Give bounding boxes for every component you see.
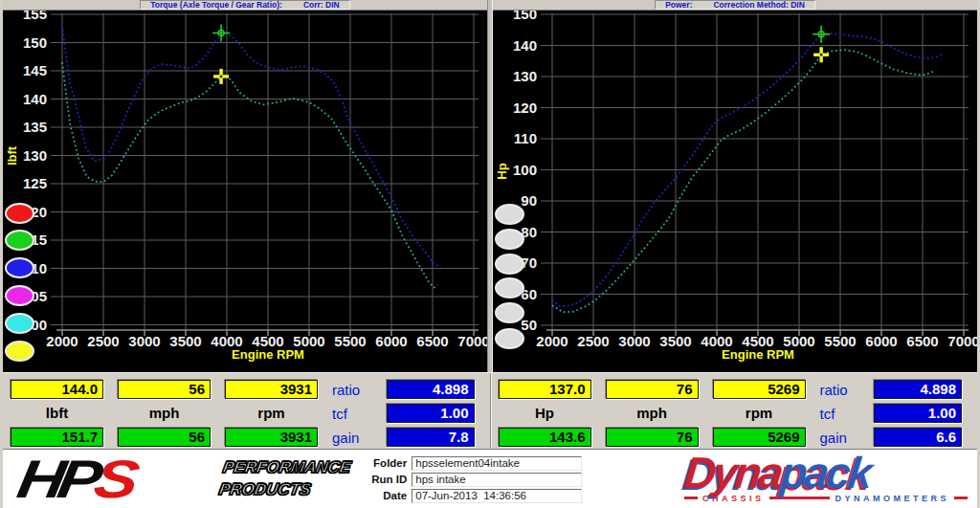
hps-logo-hp: HP xyxy=(13,449,100,508)
power-header-title: Power: xyxy=(665,0,692,10)
date-input[interactable]: 07-Jun-2013 14:36:56 xyxy=(412,489,582,503)
speed-unit-label: mph xyxy=(606,404,699,423)
power-unit-label: Hp xyxy=(499,404,591,423)
power-tcf-value: 1.00 xyxy=(874,404,962,423)
torque-panel-header: Torque (Axle Torque / Gear Ratio): Corr:… xyxy=(3,0,487,11)
svg-text:110: 110 xyxy=(514,130,537,146)
svg-text:140: 140 xyxy=(513,37,537,54)
power-current-speed: 76 xyxy=(606,428,699,447)
power-tcf-row: tcf 1.00 xyxy=(820,404,963,423)
dynapack-word-pack: pack xyxy=(778,448,872,497)
hps-tagline: PERFORMANCE PRODUCTS xyxy=(217,457,352,501)
tcf-label: tcf xyxy=(332,406,347,422)
power-chart-area: 1501401301201101009080706050200025003000… xyxy=(493,11,977,372)
svg-text:6500: 6500 xyxy=(906,333,938,349)
svg-text:140: 140 xyxy=(23,91,47,107)
hps-tagline-line2: PRODUCTS xyxy=(217,479,348,501)
crosshair-cursor-marker xyxy=(813,26,830,43)
torque-chart-area: 1551501451401351301251201151101051002000… xyxy=(3,11,487,372)
torque-current-speed: 56 xyxy=(118,428,211,447)
channel-button-4[interactable] xyxy=(5,285,34,306)
svg-text:2500: 2500 xyxy=(577,333,609,349)
dynapack-wordmark: Dynapack xyxy=(682,455,969,492)
svg-text:50: 50 xyxy=(521,317,537,333)
run-id-label: Run ID xyxy=(371,474,407,485)
folder-label: Folder xyxy=(371,457,407,469)
svg-text:5500: 5500 xyxy=(824,333,856,349)
power-compare-rpm: 5269 xyxy=(713,380,806,399)
power-compare-speed: 76 xyxy=(606,380,699,399)
torque-unit-label: lbft xyxy=(11,404,103,423)
channel-button-1[interactable] xyxy=(5,203,34,224)
svg-text:155: 155 xyxy=(23,11,47,22)
tcf-label: tcf xyxy=(820,406,835,422)
torque-tcf-row: tcf 1.00 xyxy=(332,404,475,423)
channel-button-3[interactable] xyxy=(5,257,34,278)
channel-button-5[interactable] xyxy=(495,302,524,323)
svg-text:Engine RPM: Engine RPM xyxy=(722,347,794,362)
svg-text:120: 120 xyxy=(513,99,537,116)
svg-text:100: 100 xyxy=(513,162,537,178)
svg-text:Engine RPM: Engine RPM xyxy=(232,347,304,362)
power-gain-row: gain 6.6 xyxy=(820,428,963,447)
torque-compare-value: 144.0 xyxy=(11,380,103,399)
channel-button-6[interactable] xyxy=(5,341,34,362)
svg-text:3000: 3000 xyxy=(128,333,160,349)
channel-button-4[interactable] xyxy=(495,277,524,298)
footer-bar: HPS PERFORMANCE PRODUCTS Folder hpsselem… xyxy=(3,450,977,508)
svg-text:7000: 7000 xyxy=(457,333,487,349)
power-gain-value: 6.6 xyxy=(874,428,962,447)
plus-cursor-marker xyxy=(813,47,829,62)
channel-button-5[interactable] xyxy=(5,313,34,334)
dyno-software-window: Torque (Axle Torque / Gear Ratio): Corr:… xyxy=(0,0,980,508)
power-current-value: 143.6 xyxy=(499,428,591,447)
svg-text:150: 150 xyxy=(513,11,537,22)
svg-text:150: 150 xyxy=(23,34,47,51)
power-readout-panel: 137.0 76 5269 ratio 4.898 Hp mph rpm tcf… xyxy=(490,373,978,449)
torque-readout-panel: 144.0 56 3931 ratio 4.898 lbft mph rpm t… xyxy=(3,373,490,449)
channel-button-2[interactable] xyxy=(495,229,524,250)
torque-ratio-value: 4.898 xyxy=(387,380,475,399)
torque-tcf-value: 1.00 xyxy=(387,404,475,423)
dynapack-bar-icon xyxy=(954,497,968,499)
speed-unit-label: mph xyxy=(118,404,211,423)
svg-text:7000: 7000 xyxy=(947,333,977,349)
dynapack-logo: Dynapack CHASSIS DYNAMOMETERS xyxy=(684,455,968,503)
ratio-label: ratio xyxy=(820,382,848,398)
svg-text:6500: 6500 xyxy=(416,333,448,349)
svg-text:lbft: lbft xyxy=(5,145,19,166)
power-chart[interactable]: 1501401301201101009080706050200025003000… xyxy=(493,11,977,372)
power-header-box: Power: Correction Method: DIN xyxy=(655,0,815,10)
torque-panel: Torque (Axle Torque / Gear Ratio): Corr:… xyxy=(3,0,487,372)
hps-tagline-line1: PERFORMANCE xyxy=(221,457,352,479)
svg-text:130: 130 xyxy=(23,147,47,164)
svg-text:2500: 2500 xyxy=(87,333,119,349)
power-compare-value: 137.0 xyxy=(499,380,591,399)
channel-button-1[interactable] xyxy=(495,204,524,225)
svg-text:135: 135 xyxy=(23,119,47,135)
gain-label: gain xyxy=(820,430,847,446)
svg-text:3500: 3500 xyxy=(659,333,691,349)
channel-button-6[interactable] xyxy=(495,328,524,349)
svg-text:2000: 2000 xyxy=(536,333,568,349)
run-info-fields: Folder hpsselement04intake Run ID hps in… xyxy=(371,456,582,503)
svg-text:6000: 6000 xyxy=(865,333,897,349)
torque-current-value: 151.7 xyxy=(11,428,103,447)
torque-current-rpm: 3931 xyxy=(225,428,318,447)
power-panel: Power: Correction Method: DIN 1501401301… xyxy=(493,0,977,372)
svg-text:6000: 6000 xyxy=(375,333,407,349)
torque-ratio-row: ratio 4.898 xyxy=(332,380,475,399)
power-ratio-row: ratio 4.898 xyxy=(820,380,963,399)
run-id-input[interactable]: hps intake xyxy=(412,473,582,487)
channel-button-2[interactable] xyxy=(5,230,34,251)
channel-button-3[interactable] xyxy=(495,254,524,275)
torque-chart[interactable]: 1551501451401351301251201151101051002000… xyxy=(3,11,487,372)
svg-text:145: 145 xyxy=(23,62,47,78)
folder-input[interactable]: hpsselement04intake xyxy=(412,456,582,471)
svg-text:5500: 5500 xyxy=(334,333,366,349)
torque-gain-value: 7.8 xyxy=(387,428,475,447)
torque-gain-row: gain 7.8 xyxy=(332,428,475,447)
power-header-correction: Correction Method: DIN xyxy=(713,0,804,10)
charts-row: Torque (Axle Torque / Gear Ratio): Corr:… xyxy=(3,0,977,372)
svg-text:3000: 3000 xyxy=(618,333,650,349)
